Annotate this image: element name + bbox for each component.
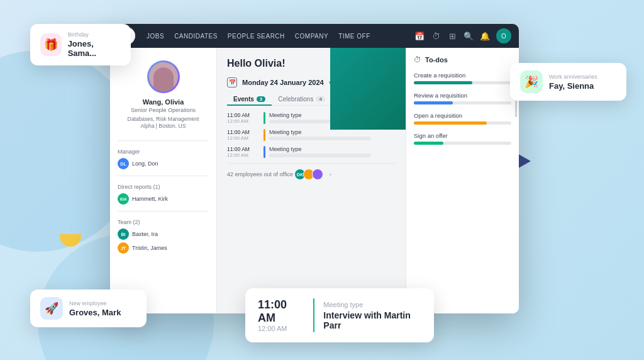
- birthday-card-row: 🎁 Birthday Jones, Sama...: [40, 31, 121, 58]
- nav-items: JOBS CANDIDATES PEOPLE SEARCH COMPANY TI…: [147, 33, 403, 40]
- anniversary-icon-wrap: 🎉: [520, 70, 543, 93]
- new-employee-card: 🚀 New employee Groves, Mark: [30, 290, 147, 327]
- profile-title: Senior People Operations: [131, 107, 196, 113]
- tab-events-badge: 3: [257, 96, 265, 102]
- anniversary-card-content: Work anniversaries Fay, Sienna: [549, 74, 597, 91]
- event-3-placeholder: [269, 154, 370, 157]
- birthday-card: 🎁 Birthday Jones, Sama...: [30, 24, 131, 65]
- event-3-time: 11:00 AM 12:00 AM: [227, 146, 260, 158]
- event-3-label: Meeting type: [269, 146, 396, 152]
- event-1-start: 11:00 AM: [227, 112, 260, 118]
- divider-1: [118, 140, 209, 141]
- new-employee-card-value: Groves, Mark: [69, 308, 121, 317]
- search-icon[interactable]: 🔍: [464, 31, 474, 41]
- nav-item-candidates[interactable]: CANDIDATES: [174, 33, 218, 40]
- anniversary-card: 🎉 Work anniversaries Fay, Sienna: [510, 63, 626, 101]
- birthday-card-content: Birthday Jones, Sama...: [68, 31, 121, 58]
- manager-row: DL Long, Don: [118, 158, 158, 169]
- todo-2-bar: [414, 101, 511, 104]
- todo-item-1: Create a requisition: [414, 72, 511, 84]
- manager-avatar: DL: [118, 158, 129, 169]
- todos-title: To-dos: [425, 56, 448, 64]
- todo-item-2: Review a requisition: [414, 92, 511, 104]
- manager-section-label: Manager: [118, 149, 140, 155]
- calendar-icon: 📅: [227, 77, 237, 87]
- clock-nav-icon[interactable]: ⏱: [431, 31, 441, 41]
- profile-name: Wang, Olivia: [143, 98, 184, 106]
- event-3-start: 11:00 AM: [227, 146, 260, 152]
- event-3-end: 12:00 AM: [227, 152, 260, 158]
- todo-item-3: Open a requisition: [414, 112, 511, 125]
- celebration-icon: 🎉: [525, 75, 538, 89]
- event-3-details: Meeting type: [269, 146, 396, 158]
- birthday-card-value: Jones, Sama...: [68, 39, 121, 58]
- meeting-card: 11:00 AM 12:00 AM Meeting type Interview…: [245, 288, 434, 342]
- direct-report-avatar: KH: [118, 193, 129, 205]
- todo-2-label: Review a requisition: [414, 92, 511, 99]
- out-of-office: 42 employees out of office DK ›: [227, 163, 396, 180]
- event-2-bar: [264, 129, 265, 141]
- event-row-2: 11:00 AM 12:00 AM Meeting type: [227, 129, 396, 141]
- team-member-1-avatar: BI: [118, 228, 129, 240]
- meeting-time-block: 11:00 AM 12:00 AM: [258, 298, 303, 332]
- todo-1-fill: [414, 81, 472, 84]
- nav-item-company[interactable]: COMPANY: [295, 33, 328, 40]
- tab-celebrations[interactable]: Celebrations 4: [272, 93, 331, 105]
- tab-celebrations-badge: 4: [316, 96, 325, 102]
- nav-icons: 📅 ⏱ ⊞ 🔍 🔔 O: [414, 28, 511, 43]
- ooo-text: 42 employees out of office: [227, 171, 293, 177]
- grid-nav-icon[interactable]: ⊞: [447, 31, 457, 41]
- calendar-nav-icon[interactable]: 📅: [414, 31, 425, 41]
- gift-icon: 🎁: [44, 38, 58, 52]
- team-member-1-row: BI Baxter, Ira: [118, 228, 158, 240]
- new-employee-icon-wrap: 🚀: [40, 297, 63, 320]
- profile-location: Alpha | Boston, US: [141, 123, 186, 129]
- todo-4-fill: [414, 142, 443, 145]
- event-2-placeholder: [269, 137, 370, 140]
- event-2-details: Meeting type: [269, 129, 396, 141]
- event-2-label: Meeting type: [269, 129, 396, 135]
- profile-avatar: [147, 60, 180, 93]
- profile-dept: Databases, Risk Management: [128, 116, 199, 122]
- todo-1-bar: [414, 81, 511, 84]
- event-1-bar: [264, 112, 265, 124]
- avatar-image: [149, 62, 178, 91]
- anniversary-card-label: Work anniversaries: [549, 74, 597, 80]
- todo-3-label: Open a requisition: [414, 112, 511, 119]
- birthday-card-label: Birthday: [68, 31, 121, 38]
- meeting-info: Meeting type Interview with Martin Parr: [323, 301, 421, 330]
- user-avatar[interactable]: O: [496, 28, 511, 43]
- todos-header: ⏱ To-dos: [414, 55, 511, 64]
- event-row-3: 11:00 AM 12:00 AM Meeting type: [227, 146, 396, 158]
- ooo-avatars: DK: [297, 169, 323, 180]
- todo-2-fill: [414, 101, 453, 104]
- manager-name: Long, Don: [132, 160, 158, 167]
- app-body: Wang, Olivia Senior People Operations Da…: [110, 48, 519, 313]
- meeting-time-end: 12:00 AM: [258, 325, 303, 332]
- tab-celebrations-label: Celebrations: [278, 96, 313, 103]
- new-employee-card-content: New employee Groves, Mark: [69, 300, 121, 317]
- tab-events[interactable]: Events 3: [227, 93, 272, 105]
- todo-1-label: Create a requisition: [414, 72, 511, 79]
- divider-3: [118, 211, 209, 211]
- event-1-end: 12:00 AM: [227, 118, 260, 124]
- meeting-type-label: Meeting type: [323, 301, 421, 308]
- ooo-avatar-3: [312, 169, 323, 180]
- nav-item-jobs[interactable]: JOBS: [147, 33, 164, 40]
- nav-item-time-off[interactable]: TIME OFF: [338, 33, 370, 40]
- team-member-1-name: Baxter, Ira: [132, 231, 158, 237]
- event-3-bar: [264, 146, 265, 158]
- ooo-more-button[interactable]: ›: [330, 172, 331, 177]
- profile-panel: Wang, Olivia Senior People Operations Da…: [110, 48, 217, 313]
- bell-icon[interactable]: 🔔: [480, 31, 490, 41]
- app-window: W JOBS CANDIDATES PEOPLE SEARCH COMPANY …: [110, 24, 519, 313]
- todo-4-label: Sign an offer: [414, 132, 511, 139]
- meeting-title: Interview with Martin Parr: [323, 310, 421, 330]
- new-employee-card-label: New employee: [69, 300, 121, 307]
- nav-item-people-search[interactable]: PEOPLE SEARCH: [228, 33, 285, 40]
- direct-report-name: Hammett, Kirk: [132, 196, 168, 202]
- direct-report-row: KH Hammett, Kirk: [118, 193, 168, 205]
- anniversary-card-value: Fay, Sienna: [549, 81, 597, 91]
- team-label: Team (2): [118, 219, 140, 225]
- navbar: W JOBS CANDIDATES PEOPLE SEARCH COMPANY …: [110, 24, 519, 48]
